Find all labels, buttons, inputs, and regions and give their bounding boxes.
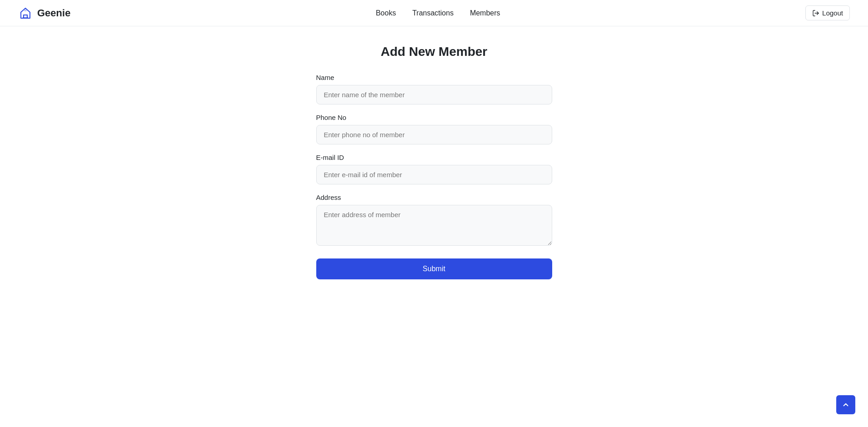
add-member-form: Name Phone No E-mail ID Address Submit — [316, 74, 552, 279]
email-input[interactable] — [316, 165, 552, 184]
nav-item-transactions[interactable]: Transactions — [412, 9, 454, 17]
address-textarea[interactable] — [316, 205, 552, 246]
phone-label: Phone No — [316, 114, 552, 121]
phone-input[interactable] — [316, 125, 552, 144]
main-content: Add New Member Name Phone No E-mail ID A… — [0, 26, 868, 298]
nav-links: Books Transactions Members — [376, 9, 500, 17]
logout-button[interactable]: Logout — [805, 5, 850, 20]
nav-item-members[interactable]: Members — [470, 9, 500, 17]
nav-item-books[interactable]: Books — [376, 9, 396, 17]
scroll-to-top-button[interactable] — [836, 395, 855, 414]
brand-icon — [18, 6, 33, 20]
brand-logo[interactable]: Geenie — [18, 6, 70, 20]
nav-link-transactions[interactable]: Transactions — [412, 9, 454, 17]
name-input[interactable] — [316, 85, 552, 104]
email-form-group: E-mail ID — [316, 154, 552, 184]
phone-form-group: Phone No — [316, 114, 552, 144]
address-form-group: Address — [316, 194, 552, 248]
page-title: Add New Member — [381, 45, 487, 59]
address-label: Address — [316, 194, 552, 201]
logout-icon — [812, 10, 819, 17]
arrow-up-icon — [842, 401, 850, 409]
navbar: Geenie Books Transactions Members Logout — [0, 0, 868, 26]
brand-name: Geenie — [37, 7, 70, 19]
name-label: Name — [316, 74, 552, 81]
submit-button[interactable]: Submit — [316, 258, 552, 279]
logout-label: Logout — [822, 9, 843, 17]
name-form-group: Name — [316, 74, 552, 104]
nav-link-members[interactable]: Members — [470, 9, 500, 17]
svg-point-1 — [24, 10, 27, 11]
nav-link-books[interactable]: Books — [376, 9, 396, 17]
email-label: E-mail ID — [316, 154, 552, 161]
